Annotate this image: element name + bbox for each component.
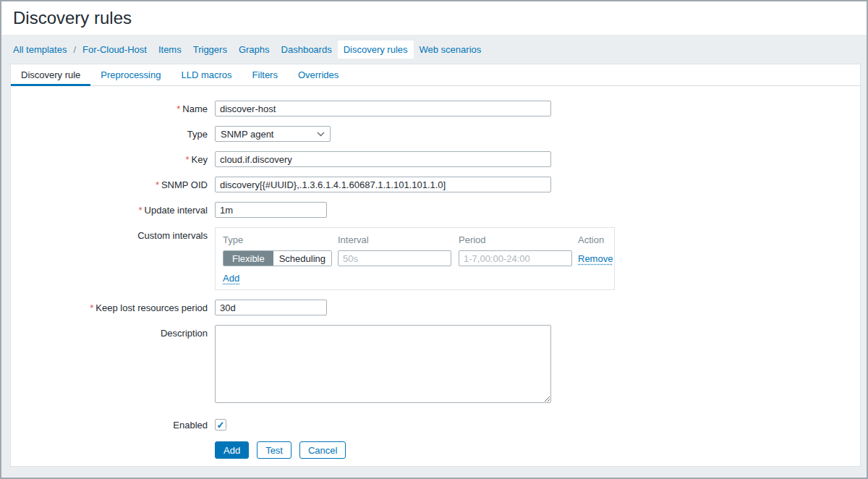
discovery-rule-form: *Name Type SNMP agent *Key *SNMP OID *Up… [11, 86, 860, 459]
tab-lld-macros[interactable]: LLD macros [171, 64, 242, 85]
add-button[interactable]: Add [215, 441, 249, 459]
interval-type-flexible-button[interactable]: Flexible [224, 251, 273, 266]
breadcrumb-discovery-rules[interactable]: Discovery rules [338, 41, 414, 59]
type-label: Type [11, 126, 215, 140]
update-interval-label: *Update interval [11, 202, 215, 216]
tab-overrides[interactable]: Overrides [288, 64, 349, 85]
custom-intervals-row: Custom intervals Type Interval Period Ac… [11, 227, 860, 290]
enabled-row: Enabled [11, 419, 860, 431]
breadcrumb-items[interactable]: Items [153, 41, 187, 59]
description-textarea[interactable] [215, 325, 551, 403]
description-label: Description [11, 325, 215, 339]
remove-interval-link[interactable]: Remove [578, 253, 613, 264]
breadcrumb-template-for-cloud-host[interactable]: For-Cloud-Host [77, 41, 153, 59]
period-input[interactable] [459, 250, 572, 266]
type-select-value: SNMP agent [221, 129, 273, 140]
breadcrumb-graphs[interactable]: Graphs [233, 41, 276, 59]
snmp-oid-row: *SNMP OID [11, 177, 860, 192]
column-header-type: Type [223, 234, 338, 245]
key-row: *Key [11, 151, 860, 167]
page-title: Discovery rules [13, 8, 132, 28]
interval-type-scheduling-button[interactable]: Scheduling [273, 251, 331, 266]
keep-lost-input[interactable] [215, 300, 327, 315]
name-input[interactable] [215, 101, 551, 116]
keep-lost-row: *Keep lost resources period [11, 300, 860, 315]
tabs-row: Discovery rule Preprocessing LLD macros … [11, 64, 860, 86]
custom-intervals-box: Type Interval Period Action Flexible Sch… [215, 227, 615, 290]
key-input[interactable] [215, 151, 551, 167]
required-marker: * [90, 302, 93, 313]
chevron-down-icon [317, 132, 325, 137]
required-marker: * [186, 154, 190, 165]
footer-buttons: Add Test Cancel [215, 441, 860, 459]
update-interval-row: *Update interval [11, 202, 860, 218]
type-row: Type SNMP agent [11, 126, 860, 142]
breadcrumb-web-scenarios[interactable]: Web scenarios [414, 41, 488, 59]
snmp-oid-label: *SNMP OID [11, 177, 215, 190]
interval-input[interactable] [338, 250, 451, 266]
column-header-period: Period [459, 234, 578, 245]
name-row: *Name [11, 101, 860, 116]
column-header-action: Action [578, 234, 607, 245]
type-select[interactable]: SNMP agent [215, 126, 331, 142]
breadcrumb-triggers[interactable]: Triggers [187, 41, 233, 59]
form-panel: Discovery rule Preprocessing LLD macros … [10, 64, 861, 467]
breadcrumb-all-templates[interactable]: All templates [7, 41, 72, 59]
custom-intervals-header: Type Interval Period Action [223, 234, 607, 245]
required-marker: * [138, 205, 142, 216]
cancel-button[interactable]: Cancel [299, 441, 346, 459]
add-interval-link[interactable]: Add [223, 273, 239, 284]
tab-preprocessing[interactable]: Preprocessing [90, 64, 171, 85]
custom-interval-row: Flexible Scheduling Remove [223, 250, 607, 266]
key-label: *Key [11, 151, 215, 165]
enabled-checkbox[interactable] [215, 419, 226, 431]
breadcrumb-dashboards[interactable]: Dashboards [276, 41, 338, 59]
enabled-label: Enabled [11, 419, 215, 431]
update-interval-input[interactable] [215, 202, 327, 218]
name-label: *Name [11, 101, 215, 114]
tab-discovery-rule[interactable]: Discovery rule [11, 64, 90, 85]
title-bar: Discovery rules [1, 1, 867, 35]
column-header-interval: Interval [338, 234, 459, 245]
custom-intervals-label: Custom intervals [11, 227, 215, 241]
interval-type-toggle: Flexible Scheduling [223, 250, 332, 266]
required-marker: * [176, 103, 180, 114]
keep-lost-label: *Keep lost resources period [11, 300, 215, 313]
test-button[interactable]: Test [257, 441, 292, 459]
snmp-oid-input[interactable] [215, 177, 551, 192]
tab-filters[interactable]: Filters [242, 64, 288, 85]
required-marker: * [156, 179, 159, 190]
description-row: Description [11, 325, 860, 403]
breadcrumb: All templates / For-Cloud-Host Items Tri… [1, 35, 867, 64]
